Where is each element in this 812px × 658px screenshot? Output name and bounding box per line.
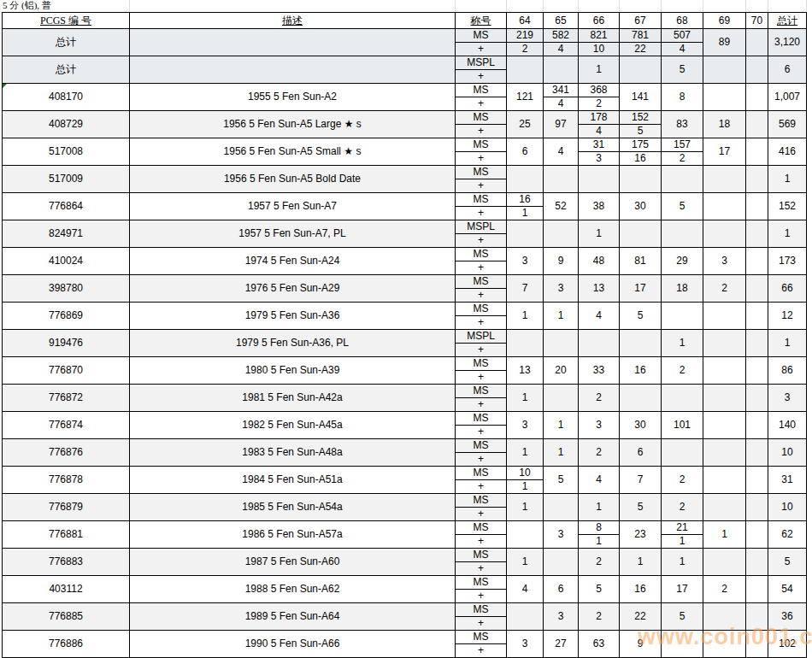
cell-69 xyxy=(703,549,746,576)
gridline xyxy=(578,0,579,12)
coin-description: 1985 5 Fen Sun-A54a xyxy=(130,494,456,521)
cell-67: 5 xyxy=(620,303,662,330)
cell-67: 152 xyxy=(620,111,662,125)
pcgs-id-link[interactable]: 776870 xyxy=(3,357,130,385)
cell-70 xyxy=(746,166,768,193)
plus-designation-label: + xyxy=(456,480,507,494)
cell-65: 3 xyxy=(544,275,579,303)
cell-66: 2 xyxy=(579,439,620,467)
coin-description: 1955 5 Fen Sun-A2 xyxy=(130,84,456,111)
plus-designation-label: + xyxy=(456,371,507,385)
cell-67: 81 xyxy=(620,248,662,275)
cell-64: 13 xyxy=(507,357,544,385)
table-row: 5170081956 5 Fen Sun-A5 Small ★ sMS64311… xyxy=(3,138,807,152)
cell-68: 2 xyxy=(662,357,703,385)
designation-label: MS xyxy=(456,412,507,426)
cell-68: 2 xyxy=(662,494,703,521)
pcgs-id-link[interactable]: 919476 xyxy=(3,330,130,357)
cell-70 xyxy=(746,56,768,84)
pcgs-id-link[interactable]: 403112 xyxy=(3,576,130,603)
coin-description: 1988 5 Fen Sun-A62 xyxy=(130,576,456,603)
cell-67 xyxy=(620,220,662,248)
cell-70 xyxy=(746,193,768,220)
designation-label: MS xyxy=(456,549,507,562)
pcgs-id-link[interactable]: 776886 xyxy=(3,631,130,658)
cell-69: 18 xyxy=(703,111,746,138)
cell-total: 62 xyxy=(768,521,807,549)
cell-64: 3 xyxy=(507,631,544,658)
plus-designation-label: + xyxy=(456,289,507,303)
gridline xyxy=(745,0,746,12)
coin-description: 1956 5 Fen Sun-A5 Large ★ s xyxy=(130,111,456,138)
cell-65: 9 xyxy=(544,248,579,275)
pcgs-id-link[interactable]: 776872 xyxy=(3,385,130,412)
pcgs-id-link[interactable]: 776881 xyxy=(3,521,130,549)
cell-68: 157 xyxy=(662,138,703,152)
pcgs-id-link[interactable]: 398780 xyxy=(3,275,130,303)
pcgs-id-link[interactable]: 776885 xyxy=(3,603,130,631)
cell-65 xyxy=(544,549,579,576)
cell-70 xyxy=(746,631,768,658)
cell-total: 36 xyxy=(768,603,807,631)
pcgs-id-link[interactable]: 776869 xyxy=(3,303,130,330)
pcgs-id-link[interactable]: 410024 xyxy=(3,248,130,275)
population-table: PCGS 编 号描述称号64656667686970总计 总计MS2195828… xyxy=(2,12,807,658)
table-row: 3987801976 5 Fen Sun-A29MS73131718266 xyxy=(3,275,807,289)
cell-66: 178 xyxy=(579,111,620,125)
coin-description: 1984 5 Fen Sun-A51a xyxy=(130,467,456,494)
table-row: 7768691979 5 Fen Sun-A36MS114512 xyxy=(3,303,807,316)
cell-65 xyxy=(544,330,579,357)
coin-description: 1957 5 Fen Sun-A7 xyxy=(130,193,456,220)
pcgs-id-link[interactable]: 408729 xyxy=(3,111,130,138)
cell-64: 3 xyxy=(507,248,544,275)
cell-64: 16 xyxy=(507,193,544,207)
cell-69 xyxy=(703,303,746,330)
designation-label: MS xyxy=(456,111,507,125)
coin-description: 1982 5 Fen Sun-A45a xyxy=(130,412,456,439)
table-row: 7768861990 5 Fen Sun-A66MS327639102 xyxy=(3,631,807,644)
cell-68: 17 xyxy=(662,576,703,603)
plus-designation-label: + xyxy=(456,43,507,56)
cell-64 xyxy=(507,521,544,549)
pcgs-id-link[interactable]: 776876 xyxy=(3,439,130,467)
pcgs-id-link[interactable]: 517009 xyxy=(3,166,130,193)
designation-label: MSPL xyxy=(456,330,507,344)
cell-66: 63 xyxy=(579,631,620,658)
cell-70 xyxy=(746,275,768,303)
cell-total: 3 xyxy=(768,385,807,412)
cell-67: 781 xyxy=(620,29,662,43)
cell-69 xyxy=(703,330,746,357)
pcgs-id-link[interactable]: 776883 xyxy=(3,549,130,576)
pcgs-id-link[interactable]: 824971 xyxy=(3,220,130,248)
page-title: 5 分 (铝), 普 xyxy=(3,0,51,12)
gridline xyxy=(703,0,703,12)
coin-description: 1981 5 Fen Sun-A42a xyxy=(130,385,456,412)
plus-designation-label: + xyxy=(456,179,507,193)
table-row: 7768811986 5 Fen Sun-A57aMS382321162 xyxy=(3,521,807,535)
pcgs-id-link[interactable]: 776878 xyxy=(3,467,130,494)
cell-69: 17 xyxy=(703,138,746,166)
designation-label: MS xyxy=(456,521,507,535)
gridline xyxy=(661,0,662,12)
cell-65: 97 xyxy=(544,111,579,138)
table-row: 总计MS219582821781507893,120 xyxy=(3,29,807,43)
cell-64: 1 xyxy=(507,385,544,412)
cell-67: 17 xyxy=(620,275,662,303)
pcgs-id-link[interactable]: 776874 xyxy=(3,412,130,439)
cell-67: 7 xyxy=(620,467,662,494)
cell-64: 6 xyxy=(507,138,544,166)
pcgs-id-link[interactable]: 776864 xyxy=(3,193,130,220)
cell-68: 5 xyxy=(662,56,703,84)
cell-70 xyxy=(746,357,768,385)
designation-label: MS xyxy=(456,193,507,207)
pcgs-id: 总计 xyxy=(3,56,130,84)
designation-label: MS xyxy=(456,631,507,644)
coin-description xyxy=(130,56,456,84)
plus-designation-label: + xyxy=(456,453,507,467)
cell-70 xyxy=(746,521,768,549)
pcgs-id-link[interactable]: 776879 xyxy=(3,494,130,521)
pcgs-id-link[interactable]: 517008 xyxy=(3,138,130,166)
designation-label: MS xyxy=(456,303,507,316)
col-header-description: 描述 xyxy=(130,13,456,29)
cell-65: 20 xyxy=(544,357,579,385)
